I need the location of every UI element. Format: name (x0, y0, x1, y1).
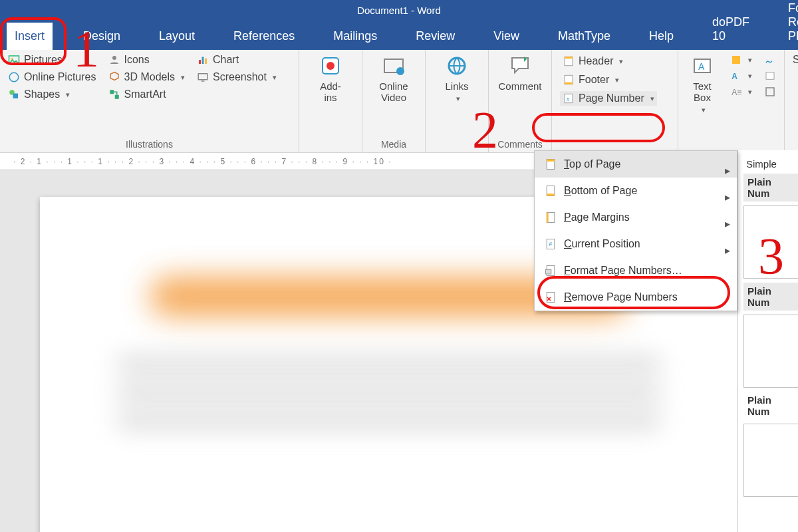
page-number-button[interactable]: # Page Number (560, 91, 657, 106)
text-box-button[interactable]: A Text Box (686, 54, 718, 150)
svg-rect-36 (547, 213, 549, 223)
menu-format-page-numbers[interactable]: Format Page Numbers… (535, 257, 737, 284)
header-button[interactable]: Header (560, 54, 657, 68)
menu-current-position[interactable]: # Current Position (535, 231, 737, 257)
menu-bottom-of-page[interactable]: Bottom of Page (535, 178, 737, 204)
chart-button[interactable]: Chart (197, 54, 277, 66)
tab-dopdf[interactable]: doPDF 10 (704, 9, 757, 50)
icons-icon (108, 54, 120, 66)
svg-rect-32 (547, 160, 555, 162)
shapes-icon (8, 88, 20, 100)
tab-mathtype[interactable]: MathType (550, 23, 618, 50)
chart-icon (197, 54, 209, 66)
remove-icon (544, 291, 557, 304)
svg-text:A: A (698, 61, 705, 72)
svg-rect-40 (546, 269, 551, 274)
page-number-icon: # (563, 92, 575, 104)
tab-help[interactable]: Help (641, 23, 682, 50)
shapes-button[interactable]: Shapes (8, 88, 96, 100)
tab-layout[interactable]: Layout (151, 23, 203, 50)
pictures-button[interactable]: Pictures (8, 54, 96, 66)
comment-label: Comment (498, 80, 541, 92)
svg-text:A≡: A≡ (732, 88, 741, 97)
wordart-button[interactable]: A (730, 70, 752, 82)
group-text: A Text Box A A≡ (678, 50, 785, 152)
signature-icon (764, 54, 776, 66)
svg-point-2 (9, 72, 19, 82)
addins-button[interactable]: Add- ins (307, 54, 354, 150)
quickparts-icon (730, 54, 742, 66)
object-button[interactable] (764, 86, 776, 98)
menu-page-margins[interactable]: Page Margins (535, 204, 737, 231)
format-icon (544, 264, 557, 277)
page-number-label: Page Number (579, 92, 644, 104)
page-number-gallery: Simple Plain Num Plain Num Plain Num (737, 150, 798, 532)
signature-button[interactable] (764, 54, 776, 66)
links-button[interactable]: Links (434, 54, 480, 150)
pictures-label: Pictures (24, 54, 63, 66)
menu-top-of-page[interactable]: Top of Page (535, 151, 737, 178)
menu-margins-label: Page Margins (564, 211, 630, 223)
margins-icon (544, 211, 557, 224)
footer-icon (563, 74, 575, 86)
blurred-text (116, 356, 662, 372)
group-header-footer: Header Footer # Page Number (552, 50, 678, 152)
menu-remove-label: Remove Page Numbers (564, 291, 678, 303)
online-video-button[interactable]: Online Video (370, 54, 417, 139)
svg-rect-10 (205, 59, 207, 64)
svg-rect-19 (565, 57, 573, 59)
screenshot-label: Screenshot (213, 71, 267, 83)
ruler-marks: · 2 · 1 · · · 1 · · · 1 · · · 2 · · · 3 … (13, 157, 392, 166)
tab-review[interactable]: Review (408, 23, 463, 50)
object-icon (764, 86, 776, 98)
menu-position-label: Current Position (564, 238, 640, 250)
3d-models-button[interactable]: 3D Models (108, 71, 185, 83)
ribbon: Pictures Online Pictures Shapes (0, 50, 798, 153)
svg-text:A: A (732, 72, 737, 81)
svg-rect-12 (201, 80, 205, 82)
textbox-icon: A (690, 54, 714, 78)
menu-bottom-label: Bottom of Page (564, 185, 637, 197)
online-pictures-button[interactable]: Online Pictures (8, 71, 96, 83)
smartart-button[interactable]: SmartArt (108, 88, 185, 100)
bottom-page-icon (544, 184, 557, 198)
svg-rect-30 (766, 88, 774, 96)
group-label-comments: Comments (497, 139, 543, 151)
group-label-media: Media (370, 139, 417, 151)
date-time-button[interactable] (764, 70, 776, 82)
gallery-item-3[interactable] (743, 424, 798, 497)
gallery-item-1[interactable] (743, 205, 798, 279)
online-pictures-label: Online Pictures (24, 71, 96, 83)
smartart-label: SmartArt (124, 88, 166, 100)
svg-rect-26 (732, 56, 740, 64)
icons-label: Icons (124, 54, 150, 66)
group-illustrations: Pictures Online Pictures Shapes (0, 50, 299, 152)
position-icon: # (544, 237, 557, 251)
tab-insert[interactable]: Insert (7, 23, 53, 50)
tab-mailings[interactable]: Mailings (325, 23, 385, 50)
drop-cap-button[interactable]: A≡ (730, 86, 752, 98)
top-page-icon (544, 158, 557, 171)
svg-rect-11 (198, 74, 207, 80)
tab-view[interactable]: View (485, 23, 527, 50)
quick-parts-button[interactable] (730, 54, 752, 66)
screenshot-button[interactable]: Screenshot (197, 71, 277, 83)
tab-design[interactable]: Design (75, 23, 128, 50)
online-picture-icon (8, 71, 20, 83)
svg-rect-34 (547, 194, 555, 196)
group-addins: Add- ins (299, 50, 362, 152)
svg-rect-21 (565, 82, 573, 84)
text-box-label: Text Box (693, 80, 712, 103)
gallery-item-1-title: Plain Num (743, 174, 798, 201)
gallery-item-2[interactable] (743, 315, 798, 388)
svg-rect-4 (13, 94, 19, 99)
footer-button[interactable]: Footer (560, 72, 657, 87)
icons-button[interactable]: Icons (108, 54, 185, 66)
comment-button[interactable]: Comment (497, 54, 543, 139)
tab-references[interactable]: References (225, 23, 303, 50)
gallery-heading: Simple (743, 154, 798, 170)
tab-foxit[interactable]: Foxit Reader PD (780, 0, 798, 50)
header-icon (563, 55, 575, 67)
menu-remove-page-numbers[interactable]: Remove Page Numbers (535, 284, 737, 311)
svg-point-5 (112, 56, 116, 60)
